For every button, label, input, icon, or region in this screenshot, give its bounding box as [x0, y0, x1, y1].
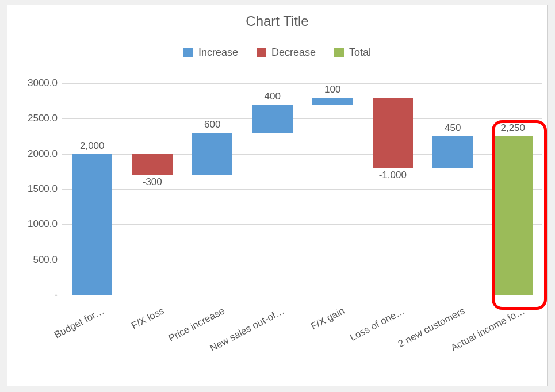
x-tick-label: F/X loss — [130, 305, 167, 332]
y-tick-label: 2000.0 — [28, 148, 58, 160]
gridline — [62, 118, 542, 119]
bar-increase — [252, 105, 293, 133]
legend-label-decrease: Decrease — [271, 47, 316, 59]
y-tick-label: 1000.0 — [28, 218, 58, 230]
y-tick-label: - — [54, 289, 58, 301]
bar-data-label: 2,250 — [484, 122, 542, 134]
legend: Increase Decrease Total — [7, 47, 547, 59]
gridline — [62, 224, 542, 225]
legend-item-decrease: Decrease — [257, 47, 316, 59]
chart-title: Chart Title — [7, 13, 547, 29]
legend-swatch-decrease — [257, 48, 266, 57]
bar-data-label: 2,000 — [63, 140, 121, 152]
bar-data-label: 100 — [304, 84, 361, 95]
gridline — [62, 189, 542, 190]
legend-label-total: Total — [349, 47, 371, 59]
bar-decrease — [132, 154, 173, 175]
bar-decrease — [373, 98, 413, 168]
plot-area: -500.01000.01500.02000.02500.03000.02,00… — [62, 83, 542, 295]
bar-data-label: 450 — [424, 122, 481, 134]
gridline — [62, 260, 542, 260]
legend-item-total: Total — [334, 47, 371, 59]
bar-data-label: 600 — [183, 119, 241, 130]
y-tick-label: 3000.0 — [28, 78, 58, 89]
waterfall-chart: Chart Title Increase Decrease Total -500… — [7, 5, 548, 386]
bar-data-label: 400 — [244, 91, 301, 102]
bar-data-label: -300 — [124, 176, 181, 188]
bar-increase — [432, 136, 473, 168]
gridline — [62, 83, 542, 84]
bar-data-label: -1,000 — [364, 170, 422, 181]
bar-increase — [72, 154, 112, 295]
bar-increase — [312, 98, 353, 105]
x-tick-label: Budget for… — [52, 305, 106, 341]
x-tick-label: F/X gain — [309, 305, 346, 332]
x-tick-label: Loss of one… — [348, 305, 407, 344]
legend-item-increase: Increase — [183, 47, 238, 59]
legend-label-increase: Increase — [198, 47, 238, 59]
legend-swatch-total — [334, 48, 344, 57]
y-tick-label: 1500.0 — [28, 183, 58, 195]
bar-increase — [192, 133, 232, 175]
bar-total — [493, 136, 533, 295]
y-tick-label: 500.0 — [33, 254, 58, 266]
gridline — [62, 295, 542, 295]
legend-swatch-increase — [183, 48, 193, 57]
y-tick-label: 2500.0 — [28, 113, 58, 124]
